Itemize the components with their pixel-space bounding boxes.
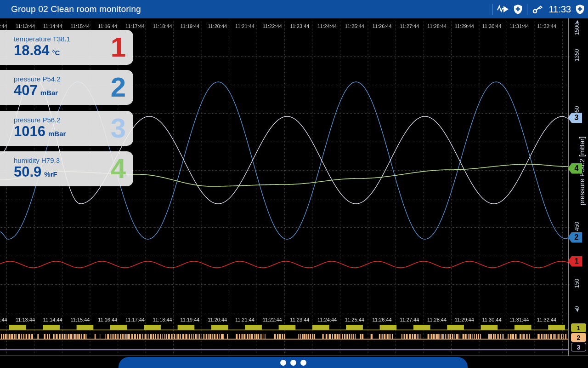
- time-tick: 11:32:44: [537, 317, 556, 322]
- time-tick: 11:18:44: [153, 23, 172, 29]
- time-tick: 11:15:44: [70, 317, 90, 322]
- channel-label: pressure P54.2: [14, 75, 127, 83]
- value-tick: 150: [574, 270, 580, 297]
- channel-label: temperature T38.1: [14, 35, 127, 43]
- shield-plus-icon[interactable]: [576, 4, 584, 15]
- time-tick: 11:13:44: [16, 23, 35, 29]
- time-tick: 11:15:44: [70, 23, 90, 29]
- time-tick: 11:26:44: [373, 23, 392, 29]
- time-tick: 11:14:44: [43, 23, 62, 29]
- time-tick: 11:16:44: [98, 317, 117, 322]
- clock: 11:33: [548, 4, 571, 15]
- status-area: 11:33: [492, 0, 584, 18]
- time-tick: 11:32:44: [537, 23, 556, 29]
- time-tick: :44: [0, 23, 7, 29]
- time-tick: 11:25:44: [345, 317, 364, 322]
- digital-badge-3[interactable]: 3: [571, 343, 586, 351]
- time-tick: 11:26:44: [373, 317, 392, 322]
- channel-card-4[interactable]: humidity H79.350.9%rF4: [0, 151, 133, 186]
- divider: [527, 4, 527, 15]
- time-tick: 11:16:44: [98, 23, 117, 29]
- channel-value: 1016: [14, 124, 45, 139]
- channel-unit: %rF: [44, 170, 57, 178]
- channel-value: 18.84: [14, 43, 50, 58]
- time-tick: 11:29:44: [455, 317, 474, 322]
- time-tick: 11:19:44: [180, 317, 199, 322]
- channel-number: 3: [111, 115, 126, 142]
- channel-label: pressure P56.2: [14, 116, 127, 124]
- time-tick: 11:28:44: [427, 317, 447, 322]
- channel-number: 4: [111, 155, 126, 183]
- time-tick: 11:27:44: [400, 23, 419, 29]
- time-tick: 11:23:44: [290, 23, 309, 29]
- time-tick: 11:24:44: [317, 23, 337, 29]
- time-tick: 11:24:44: [317, 317, 337, 322]
- group-title: Group 02 Clean room monitoring: [11, 4, 141, 14]
- channel-number: 1: [111, 34, 126, 61]
- time-tick: 11:31:44: [509, 317, 529, 322]
- channel-unit: °C: [52, 49, 60, 57]
- handle-dot: [290, 360, 296, 366]
- channel-unit: mBar: [40, 89, 58, 97]
- time-tick: 11:25:44: [345, 23, 364, 29]
- time-tick: 11:23:44: [290, 317, 309, 322]
- time-tick: 11:18:44: [153, 317, 172, 322]
- channel-label: humidity H79.3: [14, 156, 127, 164]
- channel-card-3[interactable]: pressure P56.21016mBar3: [0, 111, 133, 146]
- digital-badge-1[interactable]: 1: [571, 323, 586, 332]
- channel-card-2[interactable]: pressure P54.2407mBar2: [0, 70, 133, 105]
- key-unlock-icon[interactable]: [532, 4, 544, 15]
- channel-number: 2: [111, 74, 126, 101]
- time-tick: 11:20:44: [208, 23, 227, 29]
- time-tick: 11:28:44: [427, 23, 447, 29]
- time-tick: :44: [0, 317, 7, 322]
- time-tick: 11:22:44: [263, 23, 282, 29]
- time-tick: 11:19:44: [180, 23, 199, 29]
- time-tick: 11:31:44: [509, 23, 529, 29]
- time-tick: 11:13:44: [16, 317, 35, 322]
- divider: [492, 4, 492, 15]
- handle-dot: [280, 360, 286, 366]
- time-tick: 11:22:44: [263, 317, 282, 322]
- signal-icon[interactable]: [497, 4, 509, 15]
- time-tick: 11:29:44: [455, 23, 474, 29]
- bottom-menu-handle[interactable]: [119, 357, 468, 368]
- channel-value: 50.9: [14, 165, 41, 180]
- time-tick: 11:20:44: [208, 317, 227, 322]
- clean-room-monitor-screen: Group 02 Clean room monitoring 11:33 :44…: [0, 0, 588, 368]
- title-bar: Group 02 Clean room monitoring 11:33: [0, 0, 588, 18]
- time-tick: 11:27:44: [400, 317, 419, 322]
- channel-value: 407: [14, 83, 38, 98]
- time-tick: 11:17:44: [125, 317, 145, 322]
- time-tick: 11:21:44: [235, 317, 254, 322]
- channel-card-1[interactable]: temperature T38.118.84°C1: [0, 30, 133, 65]
- time-tick: 11:14:44: [43, 317, 62, 322]
- time-tick: 11:17:44: [125, 23, 145, 29]
- channel-unit: mBar: [48, 130, 66, 138]
- value-tick: ◂0: [574, 295, 580, 323]
- value-tick: 1350: [574, 41, 580, 69]
- handle-dot: [300, 360, 306, 366]
- shield-plus-icon[interactable]: [514, 4, 522, 15]
- digital-badge-2[interactable]: 2: [571, 333, 586, 342]
- time-tick: 11:30:44: [482, 23, 502, 29]
- time-tick: 11:21:44: [235, 23, 254, 29]
- time-tick: 11:30:44: [482, 317, 502, 322]
